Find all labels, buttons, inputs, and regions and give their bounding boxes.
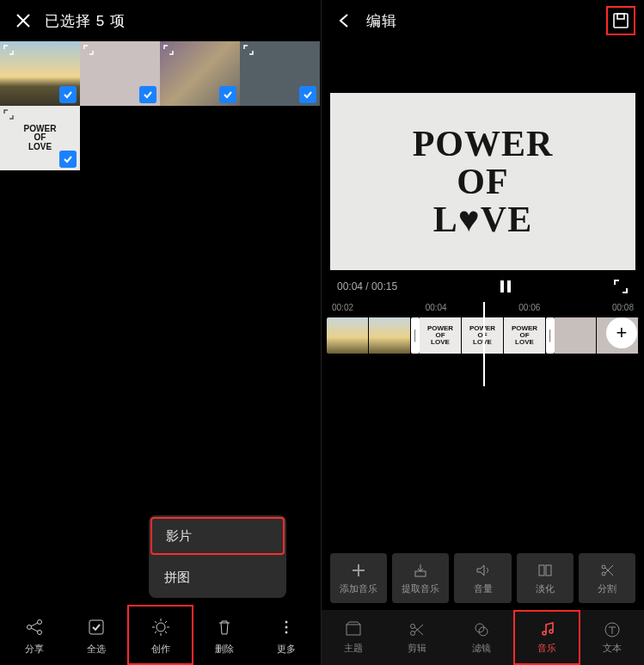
popup-collage[interactable]: 拼图 — [149, 557, 286, 598]
plus-icon — [350, 562, 367, 579]
popup-movie[interactable]: 影片 — [150, 517, 285, 555]
volume-icon — [475, 562, 492, 579]
tool-fade[interactable]: 淡化 — [517, 553, 573, 603]
more-icon — [276, 615, 297, 639]
playhead[interactable] — [483, 302, 485, 386]
extract-icon — [412, 562, 429, 579]
clip-handle-left[interactable]: │ — [411, 317, 420, 354]
selectall-icon — [86, 615, 107, 639]
fade-icon — [537, 562, 554, 579]
svg-rect-13 — [539, 565, 544, 576]
back-icon[interactable] — [330, 6, 359, 35]
media-thumb[interactable] — [80, 41, 160, 106]
svg-point-16 — [602, 572, 605, 576]
create-popup: 影片 拼图 — [149, 515, 286, 598]
fullscreen-button[interactable] — [613, 279, 629, 294]
expand-icon — [3, 108, 15, 120]
tab-music[interactable]: 音乐 — [513, 610, 580, 665]
editor-title: 编辑 — [366, 11, 397, 31]
timeline[interactable]: │ POWEROFLOVE POWEROFLOVE POWEROFLOVE │ … — [322, 316, 644, 355]
filter-icon — [472, 620, 491, 639]
save-button[interactable] — [606, 6, 635, 35]
svg-point-0 — [28, 625, 32, 629]
left-bottom-bar: 分享 全选 创作 删除 更多 — [0, 605, 321, 665]
bulb-icon — [150, 615, 171, 639]
svg-point-1 — [38, 619, 42, 624]
time-total: 00:15 — [371, 280, 397, 292]
svg-point-5 — [285, 620, 287, 623]
svg-point-15 — [602, 565, 605, 569]
selectall-button[interactable]: 全选 — [65, 605, 127, 665]
share-icon — [24, 615, 45, 639]
preview-text: POWER OF L♥VE — [413, 125, 554, 238]
fullscreen-icon — [613, 279, 629, 294]
close-icon[interactable] — [9, 6, 38, 35]
svg-rect-8 — [614, 14, 628, 28]
music-tools: 添加音乐 提取音乐 音量 淡化 分割 — [322, 553, 644, 603]
tool-add-music[interactable]: 添加音乐 — [330, 553, 387, 603]
video-preview[interactable]: POWER OF L♥VE — [330, 93, 635, 270]
svg-point-2 — [38, 630, 42, 634]
check-icon[interactable] — [299, 86, 316, 103]
save-icon — [611, 11, 630, 30]
music-icon — [537, 620, 556, 639]
media-thumb[interactable]: POWER OF LOVE — [0, 106, 80, 170]
media-thumb[interactable] — [240, 41, 320, 106]
expand-icon — [163, 44, 175, 56]
svg-rect-17 — [347, 625, 360, 635]
svg-point-19 — [411, 631, 415, 636]
text-icon — [603, 620, 622, 639]
tool-volume[interactable]: 音量 — [454, 553, 511, 603]
expand-icon — [3, 44, 15, 56]
plus-icon: + — [616, 322, 628, 344]
more-button[interactable]: 更多 — [255, 605, 317, 665]
check-icon[interactable] — [59, 151, 77, 168]
selection-title: 已选择 5 项 — [45, 11, 126, 31]
check-icon[interactable] — [59, 86, 77, 103]
check-icon[interactable] — [219, 86, 236, 103]
clip-handle-right[interactable]: │ — [546, 317, 555, 354]
editor-pane: 编辑 POWER OF L♥VE 00:04 / 00:15 00:02 00:… — [322, 0, 644, 665]
media-thumb[interactable] — [0, 41, 80, 106]
svg-point-4 — [156, 623, 165, 631]
scissors-icon — [408, 620, 426, 639]
check-icon[interactable] — [139, 86, 156, 103]
selection-pane: 已选择 5 项 POWER OF LOVE 影片 — [0, 0, 322, 665]
pause-button[interactable] — [498, 279, 513, 294]
create-button[interactable]: 创作 — [127, 605, 193, 665]
tab-theme[interactable]: 主题 — [322, 610, 385, 665]
trash-icon — [214, 615, 235, 639]
share-button[interactable]: 分享 — [3, 605, 65, 665]
delete-button[interactable]: 删除 — [193, 605, 255, 665]
tool-split[interactable]: 分割 — [579, 553, 635, 603]
tab-text[interactable]: 文本 — [580, 610, 644, 665]
tab-cut[interactable]: 剪辑 — [385, 610, 449, 665]
media-thumb[interactable] — [160, 41, 240, 106]
svg-point-21 — [479, 627, 488, 636]
svg-point-6 — [285, 625, 287, 628]
svg-rect-14 — [546, 565, 551, 576]
time-current: 00:04 — [337, 280, 363, 292]
svg-point-20 — [475, 624, 484, 632]
svg-rect-11 — [507, 280, 511, 292]
svg-point-7 — [285, 631, 287, 633]
svg-rect-12 — [415, 571, 426, 576]
expand-icon — [83, 44, 95, 56]
add-clip-button[interactable]: + — [606, 317, 637, 348]
pause-icon — [498, 279, 513, 294]
left-header: 已选择 5 项 — [0, 0, 321, 41]
svg-rect-9 — [617, 14, 624, 19]
right-header: 编辑 — [322, 0, 644, 41]
scissors-icon — [598, 562, 616, 579]
editor-tabbar: 主题 剪辑 滤镜 音乐 文本 — [322, 610, 644, 665]
tool-extract-music[interactable]: 提取音乐 — [392, 553, 449, 603]
svg-point-18 — [411, 625, 415, 629]
svg-rect-10 — [500, 280, 504, 292]
player-controls: 00:04 / 00:15 — [322, 270, 644, 303]
media-grid: POWER OF LOVE — [0, 41, 321, 170]
svg-rect-3 — [89, 620, 103, 634]
expand-icon — [242, 44, 255, 56]
theme-icon — [344, 620, 363, 639]
tab-filter[interactable]: 滤镜 — [449, 610, 512, 665]
